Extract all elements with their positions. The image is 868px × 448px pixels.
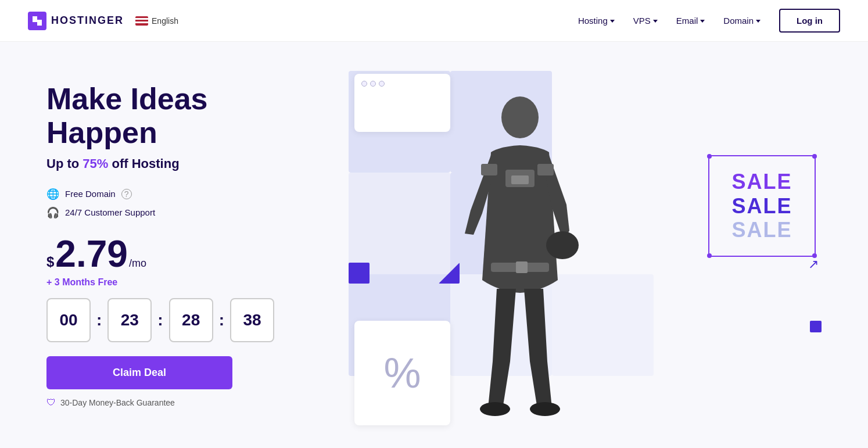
guarantee-text: 🛡 30-Day Money-Back Guarantee [46,397,325,408]
subtitle-discount: 75% [83,156,108,171]
subtitle-suffix: off Hosting [108,156,179,171]
language-selector[interactable]: English [135,16,178,26]
navbar-left: HOSTINGER English [28,12,178,30]
guarantee-label: 30-Day Money-Back Guarantee [60,398,175,407]
logo-link[interactable]: HOSTINGER [28,12,124,30]
browser-dot-1 [361,81,367,87]
info-icon: ? [121,189,132,199]
price-block: $ 2.79 /mo [46,235,325,273]
svg-rect-6 [511,175,529,184]
chevron-down-icon [653,20,658,23]
sale-corner-bl [707,253,712,258]
language-label: English [152,16,178,26]
price-period: /mo [129,257,146,270]
hero-subtitle: Up to 75% off Hosting [46,156,325,171]
sale-text-3: SALE [731,218,792,242]
svg-point-1 [501,96,539,138]
svg-rect-10 [516,261,528,273]
countdown-minutes: 23 [107,298,152,342]
nav-hosting[interactable]: Hosting [578,16,615,26]
cursor-icon: ↗ [808,257,819,272]
sale-corner-tr [812,154,817,159]
accent-square-3 [810,321,822,332]
svg-rect-8 [537,164,554,175]
sale-text-2: SALE [731,194,792,218]
countdown-hours: 00 [46,298,91,342]
shield-icon: 🛡 [46,397,56,408]
percent-symbol: % [383,352,421,394]
globe-icon: 🌐 [46,188,59,200]
headset-icon: 🎧 [46,206,59,219]
free-months: + 3 Months Free [46,277,325,288]
countdown-timer: 00 : 23 : 28 : 38 [46,298,325,342]
person-svg [430,83,604,420]
feature-domain: 🌐 Free Domain ? [46,188,325,200]
browser-dot-2 [370,81,376,87]
sale-corner-tl [707,154,712,159]
logo-text: HOSTINGER [51,15,124,27]
countdown-sep-1: : [91,311,107,329]
hero-title: Make Ideas Happen [46,83,325,149]
hero-left: Make Ideas Happen Up to 75% off Hosting … [46,83,325,407]
nav-vps[interactable]: VPS [633,16,658,26]
svg-point-3 [480,402,510,416]
nav-domain[interactable]: Domain [723,16,761,26]
subtitle-prefix: Up to [46,156,83,171]
countdown-seconds: 28 [169,298,213,342]
countdown-centiseconds: 38 [230,298,274,342]
countdown-sep-3: : [213,311,230,329]
logo-icon [28,12,46,30]
chevron-down-icon [756,20,761,23]
accent-square-1 [349,263,370,284]
flag-icon [135,16,148,26]
countdown-sep-2: : [152,311,168,329]
sale-card: SALE SALE SALE [708,155,816,257]
nav-email[interactable]: Email [676,16,705,26]
price-dollar: $ [46,254,54,270]
feature-support: 🎧 24/7 Customer Support [46,206,325,219]
price-line: $ 2.79 /mo [46,235,325,273]
svg-point-4 [530,402,560,416]
browser-dot-3 [379,81,385,87]
navbar: HOSTINGER English Hosting VPS Email [0,0,868,42]
claim-deal-button[interactable]: Claim Deal [46,356,232,389]
sale-text-1: SALE [731,170,792,193]
features-list: 🌐 Free Domain ? 🎧 24/7 Customer Support [46,188,325,219]
feature-support-label: 24/7 Customer Support [65,207,155,217]
price-amount: 2.79 [55,235,128,273]
navbar-right: Hosting VPS Email Domain Log in [578,9,840,33]
login-button[interactable]: Log in [779,9,840,33]
hero-section: Make Ideas Happen Up to 75% off Hosting … [0,42,868,448]
svg-rect-7 [481,164,497,175]
chevron-down-icon [610,20,615,23]
hero-right: % SALE SALE SALE ↗ [349,65,822,425]
person-illustration [430,83,604,420]
svg-point-2 [546,231,579,259]
feature-domain-label: Free Domain [65,189,116,199]
chevron-down-icon [700,20,705,23]
